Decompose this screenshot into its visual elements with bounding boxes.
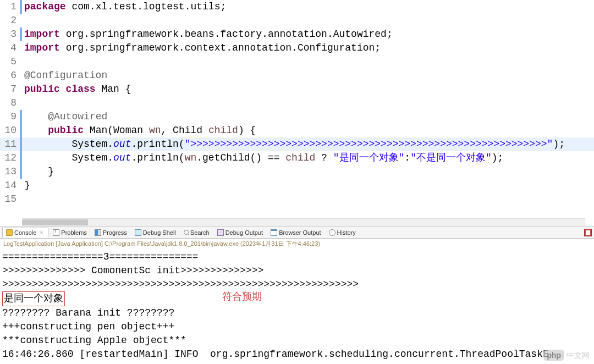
line-number: 8 — [0, 96, 20, 110]
line-number: 4 — [0, 41, 20, 55]
line-content[interactable]: public class Man { — [22, 82, 594, 96]
code-line[interactable]: 2 — [0, 14, 594, 27]
line-content[interactable]: @Autowired — [22, 110, 594, 124]
code-line[interactable]: 4import org.springframework.context.anno… — [0, 41, 594, 55]
console-output[interactable]: =================3=============== >>>>>>… — [0, 249, 594, 362]
code-line[interactable]: 5 — [0, 55, 594, 69]
bottom-panel-tabs: Console × Problems Progress Debug Shell … — [0, 227, 594, 239]
code-line[interactable]: 13 } — [0, 165, 594, 179]
line-content[interactable]: @Configuration — [22, 69, 594, 82]
tab-label: Problems — [61, 229, 86, 236]
line-number: 15 — [0, 192, 20, 206]
tab-label: Debug Output — [226, 229, 263, 236]
terminate-button[interactable] — [584, 229, 592, 236]
tab-problems[interactable]: Problems — [50, 228, 90, 237]
console-icon — [6, 229, 13, 236]
code-line[interactable]: 1package com.xl.test.logtest.utils; — [0, 0, 594, 14]
line-number: 10 — [0, 124, 20, 137]
line-content[interactable]: import org.springframework.context.annot… — [22, 41, 594, 55]
annotation-label: 符合预期 — [222, 290, 262, 304]
console-line: 16:46:26.860 [restartedMain] INFO org.sp… — [2, 348, 592, 361]
line-content[interactable]: package com.xl.test.logtest.utils; — [22, 0, 594, 14]
tab-label: Browser Output — [279, 229, 321, 236]
line-number: 7 — [0, 82, 20, 96]
line-content[interactable]: public Man(Woman wn, Child child) { — [22, 124, 594, 137]
history-icon — [329, 229, 336, 236]
browser-output-icon — [271, 229, 277, 236]
code-line[interactable]: 3import org.springframework.beans.factor… — [0, 27, 594, 41]
line-content[interactable]: } — [22, 165, 594, 179]
code-line[interactable]: 11 System.out.println(">>>>>>>>>>>>>>>>>… — [0, 137, 594, 151]
close-icon[interactable]: × — [38, 229, 45, 236]
line-number: 1 — [0, 0, 20, 14]
code-line[interactable]: 12 System.out.println(wn.getChild() == c… — [0, 151, 594, 165]
tab-browser-output[interactable]: Browser Output — [267, 228, 324, 237]
code-line[interactable]: 10 public Man(Woman wn, Child child) { — [0, 124, 594, 137]
console-line: 是同一个对象 — [2, 291, 592, 306]
tab-label: Search — [190, 229, 210, 236]
scrollbar-thumb[interactable] — [22, 219, 88, 225]
line-number: 12 — [0, 151, 20, 165]
line-number: 13 — [0, 165, 20, 179]
debug-output-icon — [217, 229, 224, 236]
tab-search[interactable]: Search — [180, 228, 213, 237]
progress-icon — [95, 229, 101, 236]
line-content[interactable] — [22, 14, 594, 27]
code-line[interactable]: 15 — [0, 192, 594, 206]
line-content[interactable]: } — [22, 179, 594, 192]
tab-console[interactable]: Console × — [2, 228, 48, 238]
horizontal-scrollbar[interactable] — [22, 218, 585, 226]
line-number: 6 — [0, 69, 20, 82]
annotation-box: 是同一个对象 — [2, 291, 65, 306]
line-content[interactable] — [22, 96, 594, 110]
console-line: +++constructing pen object+++ — [2, 320, 592, 334]
line-number: 5 — [0, 55, 20, 69]
code-line[interactable]: 7public class Man { — [0, 82, 594, 96]
code-line[interactable]: 14} — [0, 179, 594, 192]
tab-label: Console — [14, 229, 36, 236]
line-content[interactable] — [22, 192, 594, 206]
code-line[interactable]: 6@Configuration — [0, 69, 594, 82]
tab-debug-output[interactable]: Debug Output — [214, 228, 267, 237]
tab-progress[interactable]: Progress — [91, 228, 130, 237]
tab-label: Debug Shell — [143, 229, 176, 236]
line-content[interactable] — [22, 55, 594, 69]
console-line: >>>>>>>>>>>>>>>>>>>>>>>>>>>>>>>>>>>>>>>>… — [2, 278, 592, 291]
tab-debug-shell[interactable]: Debug Shell — [131, 228, 179, 237]
line-content[interactable]: System.out.println(wn.getChild() == chil… — [22, 151, 594, 165]
problems-icon — [53, 229, 59, 236]
line-number: 11 — [0, 137, 20, 151]
line-number: 2 — [0, 14, 20, 27]
tab-label: Progress — [103, 229, 127, 236]
line-number: 3 — [0, 27, 20, 41]
code-line[interactable]: 8 — [0, 96, 594, 110]
console-line: ***constructing Apple object*** — [2, 334, 592, 348]
debug-shell-icon — [135, 229, 141, 236]
tab-label: History — [337, 229, 356, 236]
launch-info: LogTestApplication [Java Application] C:… — [0, 239, 594, 249]
code-line[interactable]: 9 @Autowired — [0, 110, 594, 124]
line-content[interactable]: System.out.println(">>>>>>>>>>>>>>>>>>>>… — [22, 137, 594, 151]
search-icon — [184, 230, 189, 235]
code-editor[interactable]: 1package com.xl.test.logtest.utils;23imp… — [0, 0, 594, 227]
tab-history[interactable]: History — [326, 228, 359, 237]
console-line: >>>>>>>>>>>>>> ComonentSc init>>>>>>>>>>… — [2, 264, 592, 278]
line-number: 9 — [0, 110, 20, 124]
console-line: ???????? Barana init ???????? — [2, 306, 592, 320]
line-content[interactable]: import org.springframework.beans.factory… — [22, 27, 594, 41]
line-number: 14 — [0, 179, 20, 192]
console-line: =================3=============== — [2, 250, 592, 264]
